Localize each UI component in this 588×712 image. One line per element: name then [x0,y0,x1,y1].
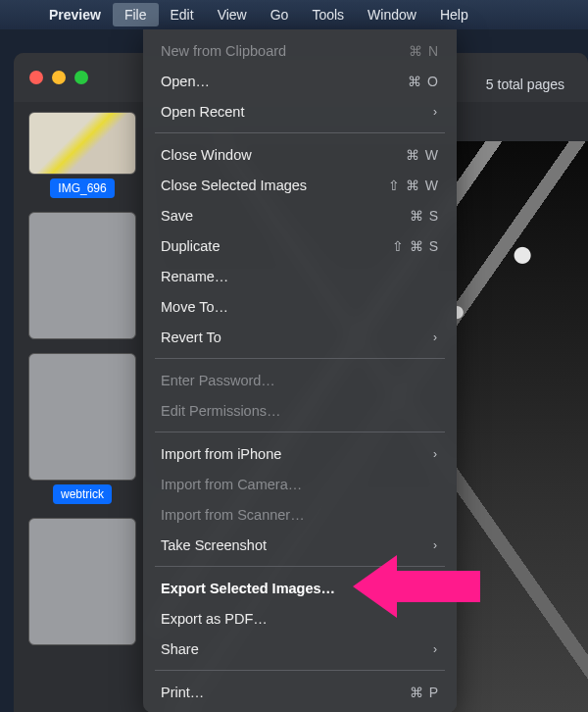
menu-item-label: New from Clipboard [161,43,409,59]
close-window-icon[interactable] [29,71,43,84]
menu-divider [155,132,445,133]
menu-item-import-from-scanner: Import from Scanner… [143,499,457,530]
menu-item-label: Enter Password… [161,373,439,388]
menubar: Preview File Edit View Go Tools Window H… [0,0,588,29]
menu-item-label: Edit Permissions… [161,403,439,419]
menu-item-label: Revert To [161,330,433,345]
menu-item-duplicate[interactable]: Duplicate⇧ ⌘ S [143,230,457,261]
menu-item-close-selected-images[interactable]: Close Selected Images⇧ ⌘ W [143,170,457,200]
menu-item-label: Import from iPhone [161,446,433,462]
menu-divider [155,358,445,359]
chevron-right-icon: › [433,447,439,461]
minimize-window-icon[interactable] [52,71,66,84]
chevron-right-icon: › [433,642,439,656]
window-controls[interactable] [29,71,88,84]
menu-item-edit-permissions: Edit Permissions… [143,395,457,426]
menu-item-close-window[interactable]: Close Window⌘ W [143,139,457,170]
menu-item-label: Take Screenshot [161,537,433,553]
menu-item-take-screenshot[interactable]: Take Screenshot› [143,530,457,560]
menu-item-export-as-pdf[interactable]: Export as PDF… [143,603,457,634]
menubar-window[interactable]: Window [356,3,428,26]
menu-item-label: Export as PDF… [161,611,439,627]
menu-item-enter-password: Enter Password… [143,365,457,395]
menu-item-label: Print… [161,685,410,700]
thumbnail-image[interactable] [28,518,136,645]
menu-item-label: Import from Scanner… [161,507,439,523]
menu-shortcut: ⌘ S [410,208,439,224]
menu-shortcut: ⌘ O [408,74,439,89]
page-count-label: 5 total pages [486,76,564,92]
menu-item-label: Move To… [161,299,439,315]
chevron-right-icon: › [433,105,439,119]
thumbnail-image[interactable] [28,112,136,175]
menu-divider [155,670,445,671]
menu-item-label: Duplicate [161,238,392,254]
file-menu-dropdown: New from Clipboard⌘ NOpen…⌘ OOpen Recent… [143,29,457,712]
menu-item-share[interactable]: Share› [143,634,457,664]
menubar-tools[interactable]: Tools [300,3,356,26]
menubar-view[interactable]: View [206,3,259,26]
menu-item-import-from-iphone[interactable]: Import from iPhone› [143,438,457,469]
menu-shortcut: ⇧ ⌘ S [392,238,439,254]
thumbnail[interactable]: IMG_696 [24,112,141,198]
menu-item-move-to[interactable]: Move To… [143,291,457,322]
menu-item-label: Import from Camera… [161,477,439,492]
thumbnail-label: webtrick [53,484,112,504]
menu-item-rename[interactable]: Rename… [143,261,457,291]
thumbnail[interactable]: webtrick [24,353,141,504]
menu-item-import-from-camera: Import from Camera… [143,469,457,499]
menu-item-export-selected-images[interactable]: Export Selected Images… [143,573,457,603]
menubar-file[interactable]: File [113,3,159,26]
menu-item-label: Open Recent [161,104,433,120]
menubar-go[interactable]: Go [259,3,301,26]
menu-shortcut: ⇧ ⌘ W [388,178,439,193]
menu-item-open-recent[interactable]: Open Recent› [143,96,457,127]
thumbnail-image[interactable] [28,212,136,339]
menu-item-label: Open… [161,74,408,89]
thumbnail-label: IMG_696 [50,178,114,198]
menu-shortcut: ⌘ N [409,43,439,59]
menubar-edit[interactable]: Edit [159,3,206,26]
thumbnail[interactable] [24,212,141,339]
chevron-right-icon: › [433,538,439,552]
menu-item-label: Close Window [161,147,406,163]
menu-divider [155,432,445,432]
menu-item-label: Rename… [161,269,439,284]
chevron-right-icon: › [433,331,439,344]
menu-item-label: Share [161,641,433,657]
app-name[interactable]: Preview [37,7,113,23]
menubar-help[interactable]: Help [428,3,480,26]
menu-shortcut: ⌘ P [410,685,439,700]
menu-item-label: Close Selected Images [161,178,388,193]
zoom-window-icon[interactable] [74,71,88,84]
thumbnail-sidebar[interactable]: IMG_696 webtrick [24,112,141,645]
menu-item-label: Export Selected Images… [161,581,439,596]
menu-item-revert-to[interactable]: Revert To› [143,322,457,352]
menu-shortcut: ⌘ W [406,147,439,163]
menu-item-print[interactable]: Print…⌘ P [143,677,457,707]
menu-item-new-from-clipboard: New from Clipboard⌘ N [143,35,457,66]
thumbnail[interactable] [24,518,141,645]
menu-item-save[interactable]: Save⌘ S [143,200,457,230]
menu-item-open[interactable]: Open…⌘ O [143,66,457,96]
thumbnail-image[interactable] [28,353,136,481]
menu-divider [155,566,445,567]
menu-item-label: Save [161,208,410,224]
